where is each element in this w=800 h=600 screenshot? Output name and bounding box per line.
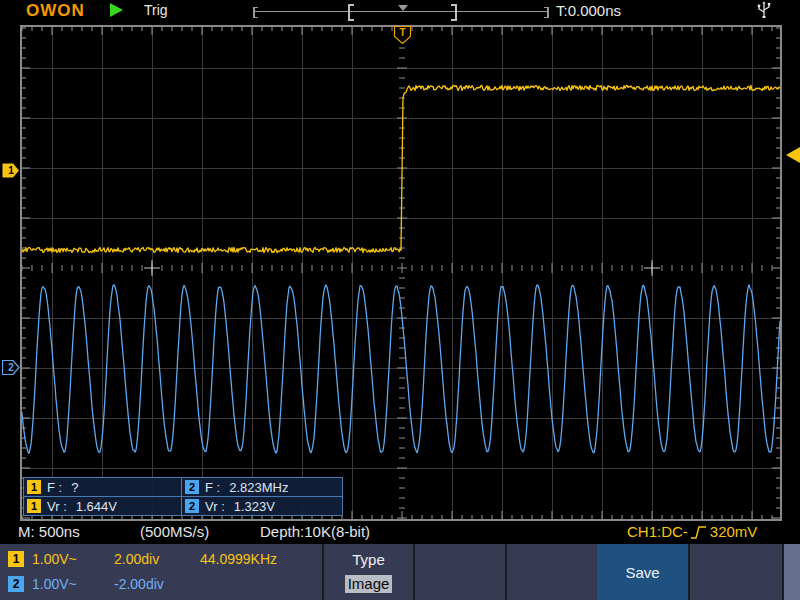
- trigger-level-readout: 320mV: [710, 523, 758, 540]
- menu-divider: [505, 544, 507, 600]
- type-label: Type: [352, 551, 385, 568]
- ch1-position: 2.00div: [114, 551, 200, 567]
- menu-divider: [322, 544, 324, 600]
- trigger-frequency-counter: 44.0999KHz: [200, 551, 277, 567]
- ch1-info-row[interactable]: 1 1.00V~ 2.00div 44.0999KHz: [8, 550, 277, 567]
- menu-divider: [782, 544, 784, 600]
- trigger-marker-label: T: [394, 26, 411, 39]
- menu-divider: [413, 544, 415, 600]
- status-bar: M: 500ns (500MS/s) Depth:10K(8-bit) CH1:…: [0, 523, 800, 543]
- save-label: Save: [625, 564, 659, 581]
- trigger-position-pointer-icon: [398, 5, 408, 11]
- window-bracket-left: [348, 4, 354, 21]
- ch1-badge: 1: [27, 499, 41, 513]
- ch2-position: -2.00div: [114, 576, 200, 592]
- ch2-marker-label: 2: [8, 360, 14, 375]
- menu-scroll-strip[interactable]: [784, 544, 800, 600]
- window-bracket-right: [451, 4, 457, 21]
- sample-rate-readout: (500MS/s): [140, 523, 209, 540]
- ch1-frequency-measurement: 1 F : ?: [23, 477, 182, 497]
- ch1-position-marker[interactable]: 1: [2, 163, 20, 178]
- ch1-freq-value: ?: [71, 480, 78, 495]
- measurement-row-vrms: 1 Vr : 1.644V 2 Vr : 1.323V: [23, 497, 343, 516]
- ch1-badge: 1: [8, 551, 24, 567]
- trigger-level-marker[interactable]: [786, 147, 800, 163]
- ch2-badge: 2: [8, 576, 24, 592]
- ch2-freq-value: 2.823MHz: [229, 480, 288, 495]
- ch1-vr-measurement: 1 Vr : 1.644V: [23, 496, 182, 516]
- trigger-time-readout: T:0.000ns: [556, 2, 621, 19]
- run-status-icon: [110, 3, 123, 17]
- rising-edge-icon: [691, 525, 707, 540]
- waveform-display: [20, 25, 782, 521]
- ch2-info-row[interactable]: 2 1.00V~ -2.00div: [8, 575, 200, 592]
- measurement-panel: 1 F : ? 2 F : 2.823MHz 1 Vr : 1.644V 2 V…: [23, 478, 343, 518]
- timebase-readout: M: 500ns: [18, 523, 80, 540]
- oscilloscope-screen: OWON Trig T:0.000ns 1 2 T: [0, 0, 800, 600]
- usb-icon: [755, 1, 773, 23]
- bottom-menu-bar: 1 1.00V~ 2.00div 44.0999KHz 2 1.00V~ -2.…: [0, 544, 800, 600]
- ch2-frequency-measurement: 2 F : 2.823MHz: [181, 477, 343, 497]
- ch1-scale: 1.00V~: [32, 551, 114, 567]
- trigger-position-marker[interactable]: T: [394, 26, 411, 44]
- ch2-badge: 2: [185, 480, 199, 494]
- ch2-scale: 1.00V~: [32, 576, 114, 592]
- ch2-vr-value: 1.323V: [234, 499, 275, 514]
- save-button[interactable]: Save: [597, 544, 688, 600]
- measurement-row-frequency: 1 F : ? 2 F : 2.823MHz: [23, 478, 343, 497]
- ch1-badge: 1: [27, 480, 41, 494]
- ch1-vr-label: Vr :: [47, 499, 67, 514]
- ch2-vr-measurement: 2 Vr : 1.323V: [181, 496, 343, 516]
- memory-bracket-left: [253, 7, 258, 18]
- menu-divider: [688, 544, 690, 600]
- trigger-status-label: Trig: [144, 2, 168, 18]
- ch1-freq-label: F :: [47, 480, 62, 495]
- menu-item-type[interactable]: Type Image: [324, 544, 413, 600]
- ch2-badge: 2: [185, 499, 199, 513]
- ch1-vr-value: 1.644V: [76, 499, 117, 514]
- horizontal-position-indicator: [253, 11, 548, 12]
- ch2-position-marker[interactable]: 2: [2, 360, 20, 375]
- brand-logo: OWON: [26, 1, 85, 21]
- trigger-source-coupling: CH1:DC-: [627, 523, 688, 540]
- memory-bracket-right: [544, 7, 549, 18]
- type-value-selected[interactable]: Image: [345, 575, 393, 593]
- ch2-vr-label: Vr :: [205, 499, 225, 514]
- record-depth-readout: Depth:10K(8-bit): [260, 523, 370, 540]
- ch2-freq-label: F :: [205, 480, 220, 495]
- trigger-settings-readout: CH1:DC- 320mV: [627, 523, 757, 540]
- ch1-marker-label: 1: [8, 163, 14, 178]
